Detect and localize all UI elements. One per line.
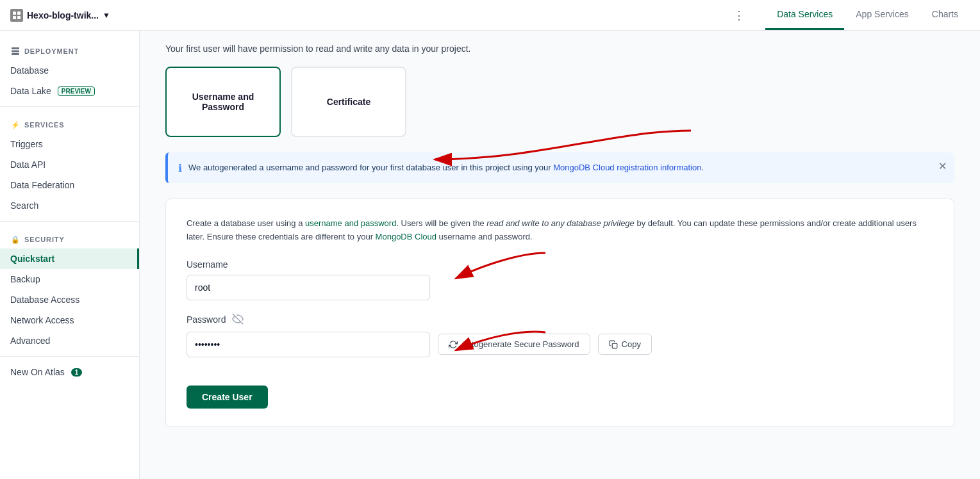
info-banner-close-button[interactable]: ✕ — [938, 160, 947, 172]
auth-cards: Username and Password Certificate — [165, 67, 954, 137]
svg-rect-0 — [13, 12, 16, 15]
project-icon — [10, 9, 23, 22]
nav-tabs: Data Services App Services Charts — [765, 0, 970, 30]
username-field: Username — [187, 259, 933, 300]
sidebar-item-database-access[interactable]: Database Access — [0, 289, 139, 310]
password-field: Password — [187, 313, 933, 357]
chevron-down-icon[interactable]: ▼ — [103, 11, 110, 20]
info-banner-link[interactable]: MongoDB Cloud registration information. — [553, 163, 704, 172]
form-card: Create a database user using a username … — [165, 199, 954, 427]
sidebar-item-triggers[interactable]: Triggers — [0, 134, 139, 154]
info-icon: ℹ — [178, 162, 182, 174]
sidebar-item-new-on-atlas[interactable]: New On Atlas 1 — [0, 362, 139, 382]
top-nav: Hexo-blog-twik... ▼ ⋮ Data Services App … — [0, 0, 980, 31]
preview-badge: PREVIEW — [58, 86, 95, 96]
sidebar-item-network-access[interactable]: Network Access — [0, 310, 139, 330]
password-row: Autogenerate Secure Password Copy — [187, 332, 933, 357]
sidebar-item-quickstart[interactable]: Quickstart — [0, 248, 139, 269]
tab-app-services[interactable]: App Services — [844, 0, 920, 30]
eye-off-icon[interactable] — [232, 313, 244, 327]
svg-rect-6 — [12, 53, 19, 55]
form-description: Create a database user using a username … — [187, 217, 933, 244]
svg-rect-10 — [612, 343, 617, 348]
sidebar: DEPLOYMENT Database Data Lake PREVIEW ⚡ … — [0, 31, 140, 479]
mongodb-cloud-link[interactable]: MongoDB Cloud — [376, 232, 436, 241]
new-badge: 1 — [71, 368, 83, 377]
refresh-icon — [449, 340, 458, 349]
sidebar-item-data-lake[interactable]: Data Lake PREVIEW — [0, 81, 139, 101]
dots-menu[interactable]: ⋮ — [733, 8, 745, 22]
sidebar-item-backup[interactable]: Backup — [0, 269, 139, 289]
tab-data-services[interactable]: Data Services — [765, 0, 844, 30]
lock-section-icon: 🔒 — [10, 234, 21, 245]
username-password-link[interactable]: username and password — [305, 218, 396, 228]
username-label: Username — [187, 259, 933, 270]
services-icon: ⚡ — [10, 120, 21, 130]
auth-card-username-password[interactable]: Username and Password — [165, 67, 281, 137]
info-banner: ℹ We autogenerated a username and passwo… — [165, 152, 954, 183]
info-banner-text: We autogenerated a username and password… — [188, 161, 704, 174]
sidebar-item-database[interactable]: Database — [0, 60, 139, 81]
svg-rect-3 — [17, 16, 21, 19]
username-input[interactable] — [187, 275, 430, 300]
copy-button[interactable]: Copy — [598, 334, 652, 355]
autogenerate-button[interactable]: Autogenerate Secure Password — [438, 334, 590, 355]
create-user-button[interactable]: Create User — [187, 386, 268, 409]
sidebar-item-search[interactable]: Search — [0, 195, 139, 216]
sidebar-item-data-federation[interactable]: Data Federation — [0, 175, 139, 195]
svg-rect-2 — [13, 16, 16, 19]
content-area: Your first user will have permission to … — [140, 31, 980, 479]
sidebar-section-services: ⚡ SERVICES — [0, 112, 139, 134]
sidebar-section-deployment: DEPLOYMENT — [0, 38, 139, 60]
top-description: Your first user will have permission to … — [165, 44, 954, 54]
password-input[interactable] — [187, 332, 430, 357]
sidebar-item-data-api[interactable]: Data API — [0, 154, 139, 175]
password-label: Password — [187, 313, 933, 327]
project-selector[interactable]: Hexo-blog-twik... ▼ — [10, 9, 110, 22]
copy-icon — [609, 340, 618, 349]
auth-card-certificate[interactable]: Certificate — [291, 67, 406, 137]
project-name: Hexo-blog-twik... — [27, 10, 99, 20]
svg-rect-1 — [17, 12, 21, 15]
svg-rect-5 — [12, 51, 19, 53]
sidebar-item-advanced[interactable]: Advanced — [0, 330, 139, 351]
tab-charts[interactable]: Charts — [920, 0, 970, 30]
sidebar-section-security: 🔒 SECURITY — [0, 227, 139, 248]
svg-rect-4 — [12, 47, 19, 49]
stack-icon — [10, 46, 21, 56]
